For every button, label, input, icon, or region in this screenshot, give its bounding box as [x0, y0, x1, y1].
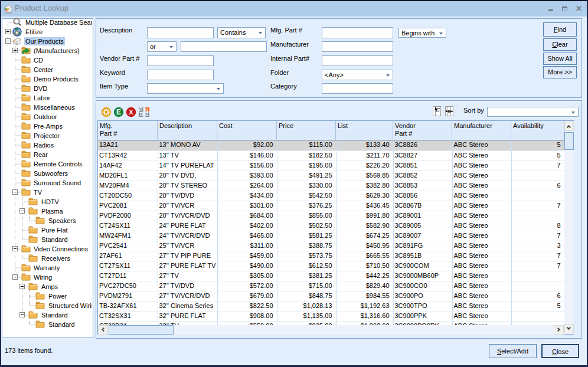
svg-text:X: X — [129, 109, 133, 116]
svg-text:E: E — [116, 108, 121, 116]
